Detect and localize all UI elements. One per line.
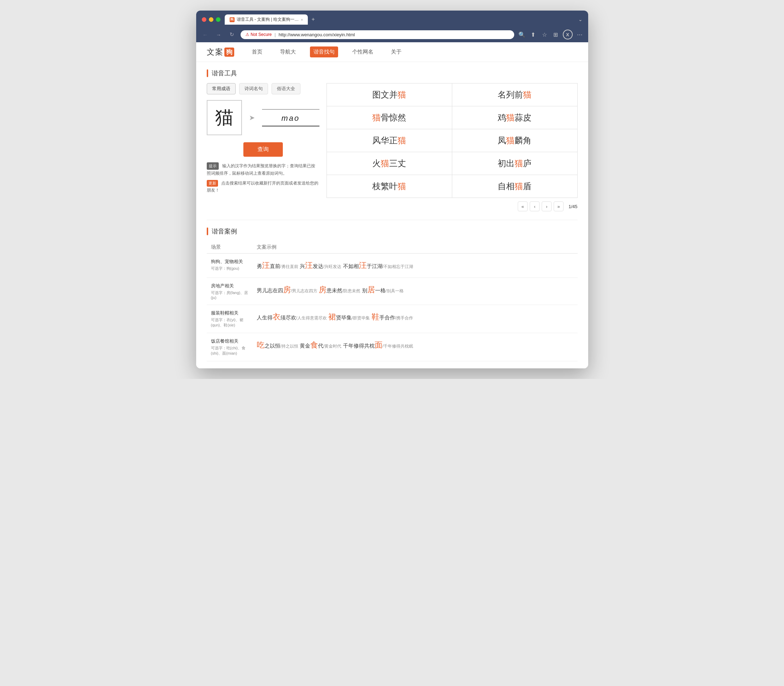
examples-label: 谐音案例: [212, 227, 237, 235]
table-row: 图文并猫 名列前猫: [327, 83, 577, 106]
page-next-button[interactable]: ›: [542, 201, 552, 211]
example-row-restaurant: 饭店餐馆相关 可选字：吃(chi)、食(shi)、面(mian) 吃之以恒/持之…: [207, 333, 578, 361]
hint-label: 提示: [207, 162, 219, 170]
example-content-realestate: 男儿志在四房/男儿志在四方 房患未然/防患未然 别居一格/别具一格: [253, 278, 578, 305]
hint-text: 输入的汉字作为结果预览替换的字；查询结果已按照词频排序，鼠标移动词上查看原始词句…: [207, 163, 315, 176]
result-cell[interactable]: 鸡猫蒜皮: [452, 106, 577, 129]
security-text: Not Secure: [251, 32, 272, 37]
table-row: 猫骨惊然 鸡猫蒜皮: [327, 106, 577, 129]
address-bar[interactable]: ⚠ Not Secure | http://www.wenangou.com/x…: [240, 30, 514, 39]
query-button[interactable]: 查询: [243, 142, 283, 157]
tab-chengyus[interactable]: 常用成语: [207, 83, 236, 95]
results-panel: 图文并猫 名列前猫 猫骨惊然 鸡猫蒜皮 风华正猫 凤猫麟角: [327, 83, 578, 211]
nav-guide[interactable]: 导航大: [276, 46, 299, 57]
nav-names[interactable]: 个性网名: [349, 46, 377, 57]
tab-close-button[interactable]: ×: [301, 18, 303, 22]
pinyin-line-top: [262, 109, 319, 109]
site-nav: 首页 导航大 谐音找句 个性网名 关于: [248, 46, 405, 57]
pinyin-text: mao: [262, 112, 319, 124]
scene-restaurant: 饭店餐馆相关 可选字：吃(chi)、食(shi)、面(mian): [207, 333, 253, 361]
url-text: http://www.wenangou.com/xieyin.html: [279, 32, 355, 38]
menu-icon[interactable]: ⋯: [575, 30, 584, 39]
input-char: 猫: [215, 105, 234, 130]
char-display-area: 猫 ➤ mao: [207, 100, 319, 135]
security-warning: ⚠ Not Secure: [245, 32, 272, 37]
result-cell[interactable]: 火猫三丈: [327, 152, 452, 175]
result-cell[interactable]: 初出猫庐: [452, 152, 577, 175]
forward-button[interactable]: →: [214, 29, 224, 39]
logo-dog: 狗: [224, 47, 234, 57]
tab-suyu[interactable]: 俗语大全: [271, 83, 301, 95]
update-text: 点击搜索结果可以收藏新打开的页面或者发送给您的朋友！: [207, 181, 318, 193]
minimize-button[interactable]: [209, 17, 214, 22]
table-row: 风华正猫 凤猫麟角: [327, 129, 577, 152]
example-row-realestate: 房地产相关 可选字：房(fang)、居(ju) 男儿志在四房/男儿志在四方 房患…: [207, 278, 578, 305]
results-grid: 图文并猫 名列前猫 猫骨惊然 鸡猫蒜皮 风华正猫 凤猫麟角: [327, 83, 578, 198]
result-cell[interactable]: 自相猫盾: [452, 175, 577, 198]
result-cell[interactable]: 凤猫麟角: [452, 129, 577, 152]
star-icon[interactable]: ☆: [540, 30, 549, 39]
chevron-down-icon[interactable]: ⌄: [578, 16, 583, 22]
nav-about[interactable]: 关于: [387, 46, 405, 57]
input-panel: 常用成语 诗词名句 俗语大全 猫 ➤ mao 查: [207, 83, 319, 211]
example-text: 人生得衣须尽欢/人生得意需尽欢 裙贤毕集/群贤毕集 鞋手合作/携手合作: [257, 310, 573, 324]
url-separator: |: [275, 32, 276, 38]
input-char-box[interactable]: 猫: [207, 100, 242, 135]
result-cell[interactable]: 图文并猫: [327, 83, 452, 106]
page-prev-button[interactable]: ‹: [530, 201, 539, 211]
tab-poems[interactable]: 诗词名句: [239, 83, 268, 95]
pagination: « ‹ › » 1/45: [327, 201, 578, 211]
scene-name: 服装鞋帽相关: [211, 310, 248, 316]
sidebar-icon[interactable]: ⊞: [552, 30, 560, 39]
examples-section-bar: [207, 227, 208, 235]
warning-icon: ⚠: [245, 32, 249, 37]
table-row: 火猫三丈 初出猫庐: [327, 152, 577, 175]
scene-pets: 狗狗、宠物相关 可选字：狗(gou): [207, 253, 253, 278]
page-last-button[interactable]: »: [554, 201, 564, 211]
update-area: 更新 点击搜索结果可以收藏新打开的页面或者发送给您的朋友！: [207, 180, 319, 193]
result-cell[interactable]: 枝繁叶猫: [327, 175, 452, 198]
scene-name: 饭店餐馆相关: [211, 338, 248, 345]
tab-bar: 狗 谐音工具 - 文案狗 | 给文案狗一… × +: [225, 14, 578, 24]
scene-name: 狗狗、宠物相关: [211, 258, 248, 265]
page-first-button[interactable]: «: [518, 201, 528, 211]
page-content: 文案 狗 首页 导航大 谐音找句 个性网名 关于 谐音工具 常用成语: [196, 42, 588, 368]
result-cell[interactable]: 名列前猫: [452, 83, 577, 106]
refresh-button[interactable]: ↻: [227, 29, 237, 39]
new-tab-button[interactable]: +: [308, 14, 318, 24]
maximize-button[interactable]: [216, 17, 220, 22]
update-label: 更新: [207, 180, 218, 187]
section-label: 谐音工具: [212, 69, 237, 77]
back-button[interactable]: ←: [201, 29, 210, 39]
example-row-clothing: 服装鞋帽相关 可选字：衣(yi)、裙(qun)、鞋(xie) 人生得衣须尽欢/人…: [207, 305, 578, 333]
nav-xieyin[interactable]: 谐音找句: [310, 46, 338, 57]
active-tab[interactable]: 狗 谐音工具 - 文案狗 | 给文案狗一… ×: [225, 15, 308, 24]
result-cell[interactable]: 猫骨惊然: [327, 106, 452, 129]
col-header-scene: 场景: [207, 241, 253, 253]
result-cell[interactable]: 风华正猫: [327, 129, 452, 152]
browser-window: 狗 谐音工具 - 文案狗 | 给文案狗一… × + ⌄ ← → ↻ ⚠ Not …: [196, 11, 588, 368]
example-text: 勇汪直前/勇往直前 兴汪发达/兴旺发达 不如相汪于江湖/不如相忘于江湖: [257, 258, 573, 273]
examples-section: 谐音案例 场景 文案示例 狗狗、宠物相关 可选字：狗(gou): [207, 220, 578, 361]
tab-buttons: 常用成语 诗词名句 俗语大全: [207, 83, 319, 95]
example-text: 男儿志在四房/男儿志在四方 房患未然/防患未然 别居一格/别具一格: [257, 283, 573, 297]
example-content-restaurant: 吃之以恒/持之以恒 黄金食代/黄金时代 千年修得共枕面/千年修得共枕眠: [253, 333, 578, 361]
table-row: 枝繁叶猫 自相猫盾: [327, 175, 577, 198]
col-header-example: 文案示例: [253, 241, 578, 253]
pinyin-display: mao: [262, 109, 319, 126]
examples-section-title: 谐音案例: [207, 227, 578, 235]
tab-title: 谐音工具 - 文案狗 | 给文案狗一…: [237, 16, 299, 23]
main-area: 谐音工具 常用成语 诗词名句 俗语大全 猫 ➤: [196, 62, 588, 368]
scene-sub: 可选字：狗(gou): [211, 266, 248, 271]
browser-titlebar: 狗 谐音工具 - 文案狗 | 给文案狗一… × + ⌄: [196, 11, 588, 28]
x-button[interactable]: X: [563, 29, 573, 39]
nav-home[interactable]: 首页: [248, 46, 266, 57]
site-header: 文案 狗 首页 导航大 谐音找句 个性网名 关于: [196, 42, 588, 62]
example-content-clothing: 人生得衣须尽欢/人生得意需尽欢 裙贤毕集/群贤毕集 鞋手合作/携手合作: [253, 305, 578, 333]
tool-area: 常用成语 诗词名句 俗语大全 猫 ➤ mao 查: [207, 83, 578, 211]
tool-section-title: 谐音工具: [207, 69, 578, 77]
search-icon[interactable]: 🔍: [518, 30, 526, 39]
share-icon[interactable]: ⬆: [529, 30, 537, 39]
scene-sub: 可选字：衣(yi)、裙(qun)、鞋(xie): [211, 317, 248, 328]
close-button[interactable]: [202, 17, 206, 22]
